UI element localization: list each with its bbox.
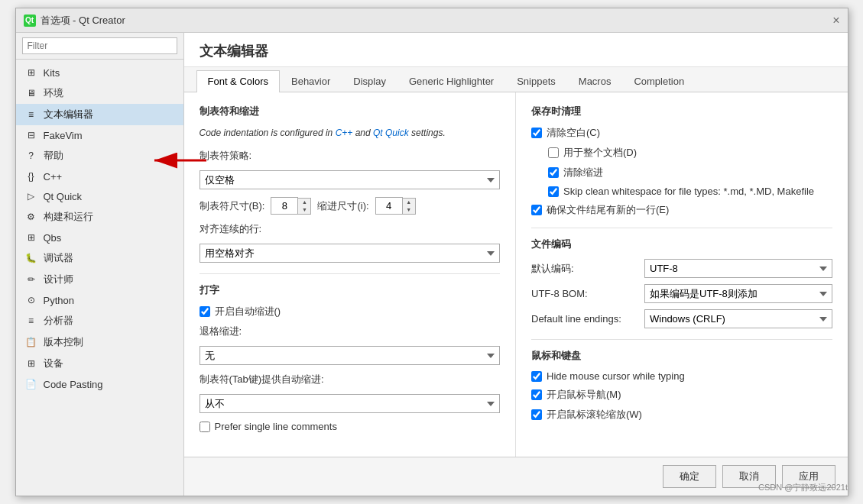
tab-key-select[interactable]: 从不 总是 仅在前缀之后: [200, 394, 501, 413]
tab-size-up[interactable]: ▲: [298, 199, 310, 206]
sidebar-item-fakevim[interactable]: ⊟ FakeVim: [16, 125, 183, 145]
tab-generic-highlighter[interactable]: Generic Highlighter: [397, 70, 505, 92]
scroll-zoom-row: 开启鼠标滚轮缩放(W): [531, 408, 832, 422]
tab-policy-label: 制表符策略:: [200, 149, 252, 163]
sidebar: ⊞ Kits 🖥 环境 ≡ 文本编辑器 ⊟ FakeVim ? 帮助: [16, 33, 184, 496]
right-panel: 文本编辑器 Font & Colors Behavior Display Gen…: [184, 33, 848, 496]
sidebar-item-version-control[interactable]: 📋 版本控制: [16, 331, 183, 353]
typing-title: 打字: [200, 283, 501, 297]
sidebar-item-analyzer[interactable]: ≡ 分析器: [16, 310, 183, 331]
single-line-label: Prefer single line comments: [215, 421, 337, 432]
entire-doc-row: 用于整个文档(D): [531, 146, 832, 160]
sidebar-item-designer[interactable]: ✏ 设计师: [16, 269, 183, 290]
tab-size-row: 制表符尺寸(B): ▲ ▼ 缩进尺寸(i):: [200, 197, 501, 215]
indent-size-spinbox: ▲ ▼: [375, 197, 416, 215]
tab-behavior[interactable]: Behavior: [280, 70, 342, 92]
sidebar-item-python[interactable]: ⊙ Python: [16, 290, 183, 310]
cpp-link[interactable]: C++: [336, 128, 353, 138]
auto-indent-label: 开启自动缩进(): [215, 305, 281, 318]
typing-section: 打字 开启自动缩进() 退格缩进: 无: [200, 283, 501, 432]
sidebar-item-environment[interactable]: 🖥 环境: [16, 82, 183, 104]
qt-quick-icon: ▷: [25, 190, 37, 202]
indentation-note: Code indentation is configured in C++ an…: [200, 126, 501, 140]
sidebar-item-label: 文本编辑器: [44, 108, 93, 121]
devices-icon: ⊞: [25, 357, 37, 370]
text-editor-icon: ≡: [25, 108, 37, 121]
align-wrapper: 用空格对齐 用制表符对齐: [200, 244, 501, 263]
filter-input[interactable]: [22, 37, 177, 54]
line-endings-row: Default line endings: Windows (CRLF) Uni…: [531, 309, 832, 328]
ok-button[interactable]: 确定: [663, 465, 716, 488]
hide-cursor-checkbox[interactable]: [531, 371, 542, 382]
tab-display[interactable]: Display: [342, 70, 397, 92]
close-button[interactable]: ×: [832, 15, 839, 27]
indent-size-input[interactable]: [375, 197, 403, 215]
cancel-button[interactable]: 取消: [722, 465, 776, 488]
tab-size-spinbox-btns: ▲ ▼: [298, 198, 311, 215]
sidebar-item-help[interactable]: ? 帮助: [16, 145, 183, 166]
sidebar-item-qbs[interactable]: ⊞ Qbs: [16, 228, 183, 247]
single-line-row: Prefer single line comments: [200, 421, 501, 432]
sidebar-item-label: 设计师: [44, 273, 73, 286]
utf8-bom-label: UTF-8 BOM:: [531, 288, 638, 299]
sidebar-item-kits[interactable]: ⊞ Kits: [16, 63, 183, 82]
sidebar-item-code-pasting[interactable]: 📄 Code Pasting: [16, 374, 183, 394]
mouse-divider: [531, 339, 832, 340]
analyzer-icon: ≡: [25, 315, 37, 327]
clean-indent-checkbox[interactable]: [548, 167, 559, 178]
align-select[interactable]: 用空格对齐 用制表符对齐: [200, 244, 501, 263]
skip-clean-checkbox[interactable]: [548, 186, 559, 197]
hide-cursor-label: Hide mouse cursor while typing: [547, 370, 685, 382]
backspace-label-row: 退格缩进:: [200, 325, 501, 338]
sidebar-item-cpp[interactable]: {} C++: [16, 166, 183, 186]
tab-key-select-row: 从不 总是 仅在前缀之后: [200, 394, 501, 413]
entire-doc-checkbox[interactable]: [548, 147, 559, 158]
tab-font-colors[interactable]: Font & Colors: [196, 70, 280, 92]
mouse-nav-checkbox[interactable]: [531, 389, 542, 400]
tab-size-input[interactable]: [271, 197, 298, 215]
sidebar-item-build-run[interactable]: ⚙ 构建和运行: [16, 206, 183, 228]
indent-size-down[interactable]: ▼: [403, 206, 415, 214]
tab-completion[interactable]: Completion: [622, 70, 696, 92]
sidebar-item-devices[interactable]: ⊞ 设备: [16, 353, 183, 374]
align-label: 对齐连续的行:: [200, 222, 262, 236]
tab-size-down[interactable]: ▼: [298, 206, 310, 214]
main-content: ⊞ Kits 🖥 环境 ≡ 文本编辑器 ⊟ FakeVim ? 帮助: [16, 33, 848, 496]
scroll-zoom-checkbox[interactable]: [531, 409, 542, 420]
qt-quick-link[interactable]: Qt Quick: [373, 128, 409, 138]
titlebar-left: Qt 首选项 - Qt Creator: [24, 14, 125, 27]
tab-policy-select[interactable]: 仅空格 仅制表符 混合: [200, 170, 501, 189]
line-endings-select[interactable]: Windows (CRLF) Unix (LF) Mac Classic (CR…: [644, 309, 832, 328]
indent-size-up[interactable]: ▲: [403, 199, 415, 206]
ensure-newline-checkbox[interactable]: [531, 205, 542, 215]
utf8-bom-select[interactable]: 如果编码是UTF-8则添加 总是添加 从不添加: [644, 284, 832, 303]
left-column: 制表符和缩进 Code indentation is configured in…: [184, 92, 517, 457]
titlebar: Qt 首选项 - Qt Creator ×: [16, 8, 848, 33]
backspace-select-row: 无 回到前一个制表符停止: [200, 346, 501, 365]
sidebar-item-qt-quick[interactable]: ▷ Qt Quick: [16, 186, 183, 206]
default-encoding-select[interactable]: UTF-8 UTF-16 GBK: [644, 259, 832, 278]
default-encoding-row: 默认编码: UTF-8 UTF-16 GBK: [531, 259, 832, 278]
tab-policy-row: 制表符策略:: [200, 149, 501, 163]
single-line-checkbox[interactable]: [200, 422, 210, 432]
clean-indent-row: 清除缩进: [531, 166, 832, 179]
tab-macros[interactable]: Macros: [567, 70, 623, 92]
sidebar-item-label: 分析器: [44, 314, 73, 328]
filter-box: [16, 33, 183, 60]
tabs-bar: Font & Colors Behavior Display Generic H…: [184, 67, 848, 92]
sidebar-item-label: 版本控制: [44, 335, 83, 349]
sidebar-item-debugger[interactable]: 🐛 调试器: [16, 247, 183, 269]
sidebar-item-label: 帮助: [44, 149, 63, 163]
tab-snippets[interactable]: Snippets: [505, 70, 567, 92]
sidebar-item-text-editor[interactable]: ≡ 文本编辑器: [16, 104, 183, 125]
tab-size-spinbox: ▲ ▼: [271, 197, 311, 215]
hide-cursor-row: Hide mouse cursor while typing: [531, 370, 832, 382]
clean-whitespace-checkbox[interactable]: [531, 128, 542, 138]
tab-key-label-row: 制表符(Tab键)提供自动缩进:: [200, 373, 501, 386]
backspace-select[interactable]: 无 回到前一个制表符停止: [200, 346, 501, 365]
encoding-section: 文件编码 默认编码: UTF-8 UTF-16 GBK UTF-8 B: [531, 237, 832, 328]
sidebar-item-label: C++: [44, 171, 63, 183]
apply-button[interactable]: 应用: [782, 465, 835, 488]
designer-icon: ✏: [25, 273, 37, 286]
auto-indent-checkbox[interactable]: [200, 306, 210, 317]
